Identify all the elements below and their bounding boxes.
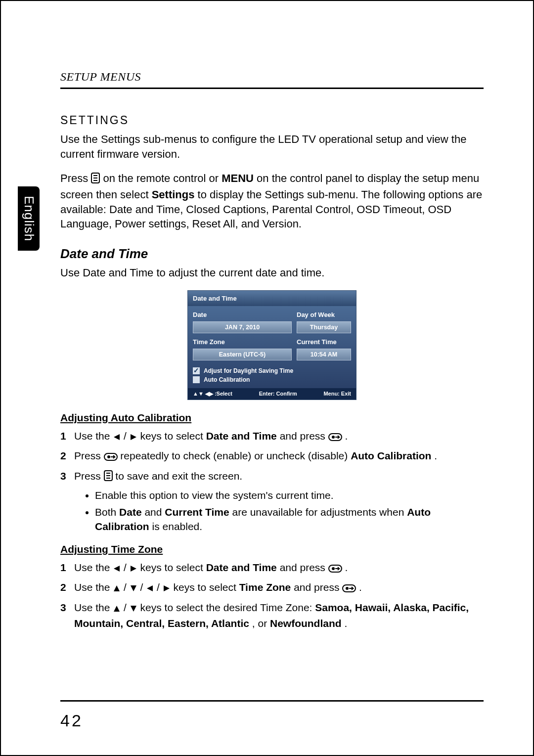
auto-cal-steps: Use the / keys to select Date and Time a… [60,429,484,534]
osd-tz-label: Time Zone [193,338,292,346]
right-triangle-icon [163,581,171,596]
svg-marker-20 [147,585,153,591]
up-triangle-icon [113,581,121,596]
auto-cal-step-3: Press to save and exit the screen. Enabl… [60,469,484,534]
left-triangle-icon [146,581,154,596]
settings-heading: SETTINGS [60,114,484,127]
tz-step-1: Use the / keys to select Date and Time a… [60,560,484,576]
menu-remote-icon [104,470,113,485]
osd-dow-value: Thursday [297,321,351,333]
ac2-bold: Auto Calibration [351,450,431,461]
tz2-pre: Use the [74,581,113,593]
slash-tz2b: / [140,581,146,593]
ac3-end: to save and exit the screen. [115,470,242,482]
auto-cal-bullet-1: Enable this option to view the system's … [95,489,484,502]
auto-cal-step-2: Press repeatedly to check (enable) or un… [60,448,484,464]
ac1-mid2: and press [280,430,328,442]
svg-marker-5 [131,434,136,440]
right-triangle-icon [130,430,137,445]
enter-icon [328,562,342,576]
svg-point-23 [346,587,349,590]
slash-tz2c: / [157,581,163,593]
menu-remote-icon [91,173,100,187]
slash-tz1: / [124,562,130,573]
left-triangle-icon [113,430,121,445]
acb2-pre: Both [95,506,119,518]
acb2-end: is enabled. [152,521,203,532]
auto-cal-bullet-2: Both Date and Current Time are unavailab… [95,505,484,534]
tz1-end: . [345,562,348,573]
footer-rule [60,700,484,702]
tz-step-2: Use the / / / keys to select Time Zone a… [60,580,484,596]
down-triangle-icon [130,602,137,616]
settings-intro: Use the Settings sub-menus to configure … [60,132,484,161]
content-area: SETUP MENUS SETTINGS Use the Settings su… [60,70,484,701]
ac3-pre: Press [74,470,104,482]
ac2-mid: repeatedly to check (enable) or uncheck … [120,450,351,461]
osd-time-label: Current Time [297,338,351,346]
svg-marker-24 [114,606,120,612]
slash-tz2a: / [124,581,130,593]
tz2-mid: keys to select [174,581,239,593]
osd-body: Date JAN 7, 2010 Day of Week Thursday Ti… [188,306,356,388]
osd-footer-menu: Menu: Exit [323,391,351,397]
settings-word: Settings [152,188,195,201]
osd-time-value: 10:54 AM [297,349,351,360]
ac2-pre: Press [74,450,104,461]
osd-dst-label: Adjust for Daylight Saving Time [204,367,293,374]
osd-panel: Date and Time Date JAN 7, 2010 Day of We… [187,290,356,400]
tz1-mid2: and press [280,562,328,573]
settings-press-para: Press on the remote control or MENU on t… [60,171,484,231]
osd-auto-label: Auto Calibration [204,376,250,383]
ac1-mid: keys to select [140,430,206,442]
tz3-or: , or [252,618,270,629]
acb2-b1: Date [119,506,142,518]
acb2-mid2: are unavailable for adjustments when [232,506,407,518]
tz3-mid: keys to select the desired Time Zone: [140,602,315,613]
tz1-bold: Date and Time [206,562,277,573]
svg-marker-21 [164,585,170,591]
header-rule [60,88,484,89]
down-triangle-icon [130,581,137,596]
svg-point-17 [332,567,335,570]
osd-date-label: Date [193,311,292,318]
svg-point-7 [332,436,335,439]
tz3-pre: Use the [74,602,113,613]
timezone-heading: Adjusting Time Zone [60,543,484,555]
slash1: / [124,430,130,442]
acb2-mid1: and [144,506,165,518]
press-pre: Press [60,172,91,184]
tz2-mid2: and press [294,581,342,593]
svg-marker-15 [131,566,136,572]
language-tab: English [18,186,40,251]
tz2-bold: Time Zone [239,581,291,593]
ac1-end: . [345,430,348,442]
osd-footer-select: ▲▼ ◀▶ :Select [193,391,232,397]
enter-icon [104,450,118,464]
svg-marker-14 [114,566,120,572]
enter-icon [342,581,356,596]
auto-cal-bullets: Enable this option to view the system's … [86,489,484,534]
tz1-mid: keys to select [140,562,206,573]
tz1-pre: Use the [74,562,113,573]
osd-footer: ▲▼ ◀▶ :Select Enter: Confirm Menu: Exit [188,388,356,400]
acb2-b2: Current Time [165,506,229,518]
section-header: SETUP MENUS [60,70,484,84]
osd-auto-checkbox[interactable] [193,376,200,383]
osd-tz-value[interactable]: Eastern (UTC-5) [193,349,292,360]
enter-icon [328,430,342,445]
svg-marker-18 [114,585,120,591]
date-time-heading: Date and Time [60,246,484,262]
tz3-last: Newfoundland [270,618,342,629]
osd-title: Date and Time [188,291,356,306]
svg-marker-19 [131,585,136,591]
tz-step-3: Use the / keys to select the desired Tim… [60,600,484,631]
osd-dst-checkbox[interactable] [193,367,200,374]
slash-tz3: / [124,602,130,613]
timezone-steps: Use the / keys to select Date and Time a… [60,560,484,631]
auto-cal-step-1: Use the / keys to select Date and Time a… [60,429,484,445]
osd-date-value[interactable]: JAN 7, 2010 [193,321,292,333]
svg-marker-4 [114,434,120,440]
page-number: 42 [60,711,83,730]
auto-cal-heading: Adjusting Auto Calibration [60,412,484,424]
